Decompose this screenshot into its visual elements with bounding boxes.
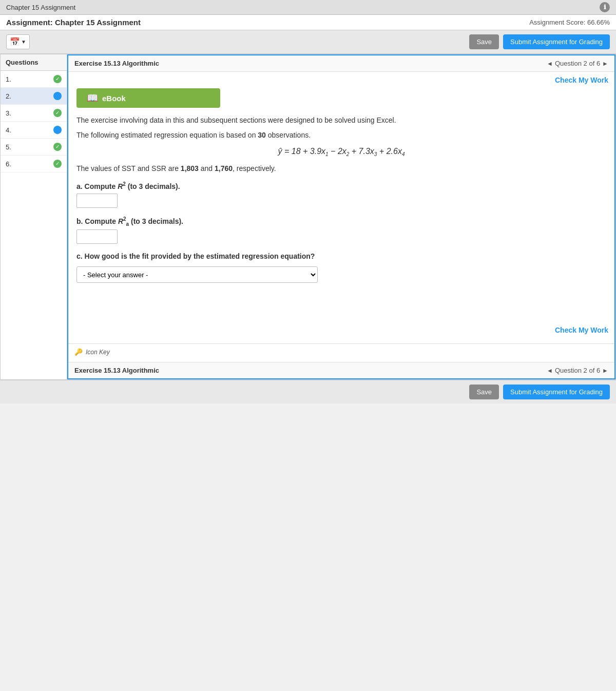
part-c-bold-label: c. [76,252,83,260]
sidebar-item-5[interactable]: 5. ✓ [1,139,67,156]
paragraph-2: The following estimated regression equat… [76,130,606,141]
content-area: Exercise 15.13 Algorithmic ◄ Question 2 … [67,54,615,379]
status-dot-icon-2 [53,92,62,100]
status-check-icon-1: ✓ [53,75,62,83]
sidebar-item-label-2: 2. [6,92,11,100]
part-a-text: Compute R2 (to 3 decimals). [85,182,180,190]
input-r-squared-a[interactable] [76,229,118,244]
para3-sst: 1,803 [181,164,199,172]
prev-question-arrow[interactable]: ◄ [547,60,553,67]
input-r-squared[interactable] [76,194,118,208]
info-icon: ℹ [600,2,610,12]
paragraph-1: The exercise involving data in this and … [76,115,606,126]
exercise-footer-nav: ◄ Question 2 of 6 ► [547,367,608,374]
ebook-button[interactable]: 📖 eBook [76,88,220,108]
para2-prefix: The following estimated regression equat… [76,131,258,139]
question-nav-text: Question 2 of 6 [555,60,600,67]
question-body: 📖 eBook The exercise involving data in t… [68,88,614,291]
sidebar-item-label-5: 5. [6,143,11,151]
sidebar-item-3[interactable]: 3. ✓ [1,105,67,122]
check-my-work-top-row: Check My Work [68,72,614,88]
questions-sidebar: Questions 1. ✓ 2. 3. ✓ 4. 5. ✓ 6. ✓ [1,54,67,379]
part-b-bold-label: b. [76,217,83,225]
check-my-work-bottom-button[interactable]: Check My Work [555,326,608,334]
exercise-title: Exercise 15.13 Algorithmic [74,60,159,67]
sidebar-item-label-4: 4. [6,126,11,134]
icon-key-bar: 🔑 Icon Key [68,343,614,360]
para2-bold: 30 [258,131,266,139]
calendar-button[interactable]: 📅 ▼ [6,34,30,49]
para3-suffix: , respectively. [233,164,276,172]
icon-key-label: Icon Key [86,349,110,356]
sidebar-header: Questions [1,54,67,71]
prev-question-footer-arrow[interactable]: ◄ [547,367,553,374]
part-b-text: Compute R2a (to 3 decimals). [85,217,183,225]
assignment-title: Assignment: Chapter 15 Assignment [6,18,141,27]
exercise-footer-title: Exercise 15.13 Algorithmic [74,367,159,374]
part-c-label: c. How good is the fit provided by the e… [76,252,606,260]
para3-ssr: 1,760 [215,164,233,172]
bottom-toolbar: Save Submit Assignment for Grading [0,380,616,404]
calendar-icon: 📅 [10,37,20,47]
paragraph-3: The values of SST and SSR are 1,803 and … [76,163,606,174]
part-c-select[interactable]: - Select your answer - [76,266,318,283]
check-my-work-top-button[interactable]: Check My Work [555,76,608,84]
submit-button-bottom[interactable]: Submit Assignment for Grading [503,385,610,399]
key-icon: 🔑 [74,348,83,356]
sidebar-item-1[interactable]: 1. ✓ [1,71,67,88]
next-question-arrow[interactable]: ► [602,60,608,67]
status-check-icon-6: ✓ [53,160,62,168]
status-dot-icon-4 [53,126,62,134]
part-a-bold-label: a. [76,182,83,190]
ebook-icon: 📖 [87,92,98,104]
exercise-header: Exercise 15.13 Algorithmic ◄ Question 2 … [68,55,614,72]
dropdown-arrow-icon: ▼ [21,39,26,45]
status-check-icon-3: ✓ [53,109,62,117]
para3-and: and [199,164,215,172]
part-b-label: b. Compute R2a (to 3 decimals). [76,216,606,226]
sidebar-item-label-6: 6. [6,160,11,168]
exercise-footer: Exercise 15.13 Algorithmic ◄ Question 2 … [68,362,614,378]
question-footer-nav-text: Question 2 of 6 [555,367,600,374]
tab-title: Chapter 15 Assignment [6,4,75,11]
ebook-label: eBook [102,94,126,103]
sidebar-item-6[interactable]: 6. ✓ [1,156,67,172]
check-my-work-bottom-row: Check My Work [68,322,614,338]
exercise-nav: ◄ Question 2 of 6 ► [547,60,608,67]
status-check-icon-5: ✓ [53,143,62,151]
part-c-text: How good is the fit provided by the esti… [85,252,315,260]
assignment-score: Assignment Score: 66.66% [529,18,610,26]
part-a-label: a. Compute R2 (to 3 decimals). [76,181,606,190]
para2-suffix: observations. [266,131,311,139]
submit-button-top[interactable]: Submit Assignment for Grading [503,34,610,49]
save-button-top[interactable]: Save [469,34,499,49]
sidebar-item-4[interactable]: 4. [1,122,67,139]
sidebar-item-2[interactable]: 2. [1,88,67,105]
sidebar-item-label-3: 3. [6,109,11,117]
para3-prefix: The values of SST and SSR are [76,164,181,172]
sidebar-item-label-1: 1. [6,75,11,83]
next-question-footer-arrow[interactable]: ► [602,367,608,374]
regression-equation: ŷ = 18 + 3.9x1 − 2x2 + 7.3x3 + 2.6x4 [76,147,606,157]
save-button-bottom[interactable]: Save [469,385,499,399]
